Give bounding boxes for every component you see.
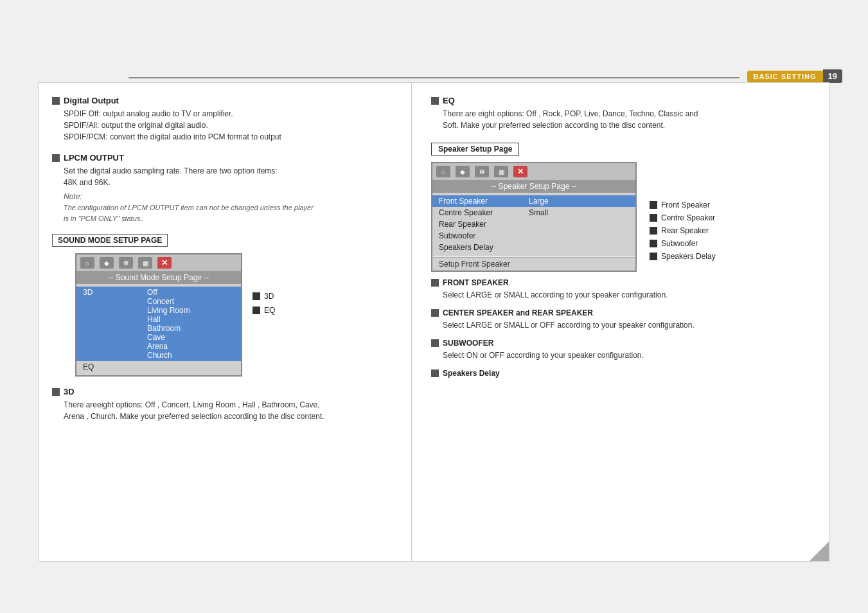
badge-number: 19 — [823, 69, 842, 83]
speaker-menu-title: -- Speaker Setup Page -- — [432, 180, 635, 193]
sound-mode-section: SOUND MODE SETUP PAGE ⌂ ◆ ❇ ▦ ✕ -- Sound… — [52, 234, 392, 422]
note-label: Note: — [64, 192, 392, 201]
lpcm-icon — [52, 154, 60, 162]
speaker-icon-audio: ◆ — [456, 166, 470, 177]
legend-sq-rear — [650, 227, 657, 235]
speaker-row-front: Front Speaker Large — [432, 195, 635, 207]
subwoofer-text: Select ON or OFF according to your speak… — [443, 350, 816, 361]
eq-icon — [431, 97, 439, 105]
sound-mode-label: SOUND MODE SETUP PAGE — [52, 234, 168, 247]
front-speaker-desc: FRONT SPEAKER Select LARGE or SMALL acco… — [431, 278, 816, 301]
speakers-delay-desc: Speakers Delay — [431, 369, 816, 378]
speaker-icon-grid: ▦ — [494, 166, 508, 177]
sound-legend: 3D EQ — [252, 292, 275, 315]
legend-centre-speaker: Centre Speaker — [650, 213, 716, 222]
speaker-setup-label: Speaker Setup Page — [431, 143, 519, 155]
center-rear-text: Select LARGE or SMALL or OFF according t… — [443, 319, 816, 331]
lpcm-section: LPCM OUTPUT Set the digital audio sampli… — [52, 153, 392, 224]
speaker-row-delay: Speakers Delay — [432, 242, 635, 253]
speaker-icon-flower: ❇ — [475, 166, 489, 177]
digital-output-section: Digital Output SPDIF Off: output analog … — [52, 96, 392, 143]
legend-sq-subwoofer — [650, 240, 657, 247]
header-badge: BASIC SETTING 19 — [747, 69, 842, 83]
speaker-row-subwoofer: Subwoofer — [432, 230, 635, 242]
setup-bottom-row: Setup Front Speaker — [432, 257, 635, 271]
note-text: The configuration of LPCM OUTPUT item ca… — [64, 202, 392, 224]
speaker-icon-close: ✕ — [513, 166, 527, 177]
speaker-icon-home: ⌂ — [436, 166, 450, 177]
eq-text: There are eight options: Off , Rock, POP… — [443, 108, 816, 131]
legend-square-3d — [252, 292, 260, 300]
legend-subwoofer: Subwoofer — [650, 239, 716, 248]
digital-output-title: Digital Output — [52, 96, 392, 105]
speaker-menu-wrap: ⌂ ◆ ❇ ▦ ✕ -- Speaker Setup Page -- Front… — [431, 162, 637, 278]
speaker-menu: ⌂ ◆ ❇ ▦ ✕ -- Speaker Setup Page -- Front… — [431, 162, 637, 272]
left-panel: Digital Output SPDIF Off: output analog … — [39, 82, 411, 562]
legend-square-eq — [252, 306, 260, 314]
menu-icon-flower: ❇ — [119, 257, 133, 269]
speaker-legend: Front Speaker Centre Speaker Rear Speake… — [650, 200, 716, 261]
speaker-setup-section: Speaker Setup Page ⌂ ◆ ❇ ▦ ✕ -- Speaker … — [431, 143, 816, 378]
3d-text: There areeight options: Off , Concert, L… — [64, 399, 392, 422]
speaker-row-rear: Rear Speaker — [432, 218, 635, 230]
speaker-icons-bar: ⌂ ◆ ❇ ▦ ✕ — [432, 163, 635, 180]
badge-label: BASIC SETTING — [747, 71, 823, 82]
legend-eq: EQ — [252, 306, 275, 315]
subwoofer-icon — [431, 339, 439, 347]
front-icon — [431, 279, 439, 287]
3d-icon — [52, 388, 60, 396]
legend-speakers-delay: Speakers Delay — [650, 252, 716, 261]
center-rear-desc: CENTER SPEAKER and REAR SPEAKER Select L… — [431, 308, 816, 331]
menu-icon-home: ⌂ — [80, 257, 94, 269]
right-panel: EQ There are eight options: Off , Rock, … — [411, 82, 829, 562]
legend-front-speaker: Front Speaker — [650, 200, 716, 209]
front-speaker-title: FRONT SPEAKER — [431, 278, 816, 287]
menu-title: -- Sound Mode Setup Page -- — [76, 271, 241, 284]
front-speaker-text: Select LARGE or SMALL according to your … — [443, 289, 816, 301]
subwoofer-desc: SUBWOOFER Select ON or OFF according to … — [431, 339, 816, 361]
legend-3d: 3D — [252, 292, 275, 301]
menu-icon-close: ✕ — [157, 257, 172, 269]
speaker-row-centre: Centre Speaker Small — [432, 207, 635, 218]
menu-row-eq: EQ — [76, 361, 241, 373]
menu-icon-audio: ◆ — [100, 257, 114, 269]
eq-title: EQ — [431, 96, 816, 105]
legend-sq-delay — [650, 253, 657, 260]
lpcm-text: Set the digital audio sampling rate. The… — [64, 165, 392, 188]
menu-icons-bar: ⌂ ◆ ❇ ▦ ✕ — [76, 254, 241, 271]
digital-output-text: SPDIF Off: output analog audio to TV or … — [64, 108, 392, 143]
header-bar: BASIC SETTING 19 — [0, 69, 868, 83]
center-rear-icon — [431, 309, 439, 317]
speakers-delay-icon — [431, 369, 439, 377]
main-container: Digital Output SPDIF Off: output analog … — [39, 82, 829, 562]
speakers-delay-title: Speakers Delay — [431, 369, 816, 378]
digital-output-icon — [52, 97, 60, 105]
lpcm-title: LPCM OUTPUT — [52, 153, 392, 163]
menu-body: 3D Off Concert Living Room Hall Bathroom… — [76, 284, 241, 375]
center-rear-title: CENTER SPEAKER and REAR SPEAKER — [431, 308, 816, 317]
legend-sq-front — [650, 201, 657, 209]
subwoofer-title: SUBWOOFER — [431, 339, 816, 348]
3d-description: 3D There areeight options: Off , Concert… — [52, 387, 392, 422]
sound-mode-menu: ⌂ ◆ ❇ ▦ ✕ -- Sound Mode Setup Page -- 3D… — [75, 253, 242, 377]
eq-section: EQ There are eight options: Off , Rock, … — [431, 96, 816, 131]
legend-sq-centre — [650, 214, 657, 222]
menu-icon-grid: ▦ — [138, 257, 152, 269]
3d-title: 3D — [52, 387, 392, 396]
menu-row-3d: 3D Off Concert Living Room Hall Bathroom… — [76, 287, 241, 361]
speaker-menu-body: Front Speaker Large Centre Speaker Small… — [432, 193, 635, 256]
legend-rear-speaker: Rear Speaker — [650, 226, 716, 235]
